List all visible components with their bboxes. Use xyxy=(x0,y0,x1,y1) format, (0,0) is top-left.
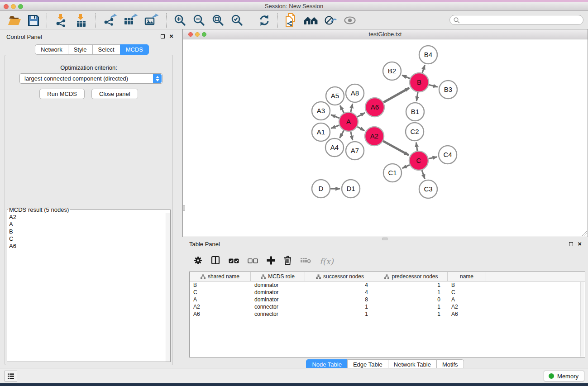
function-builder-button[interactable]: f(x) xyxy=(320,257,334,266)
graph-edge-A-A6[interactable] xyxy=(357,113,365,117)
graph-node-B2[interactable]: B2 xyxy=(383,62,401,80)
export-network-button[interactable] xyxy=(100,12,120,29)
graph-node-C[interactable]: C xyxy=(409,151,428,170)
graph-edge-A2-C[interactable] xyxy=(383,141,409,155)
cell-predecessor-nodes[interactable]: 1 xyxy=(375,289,448,295)
cell-successor-nodes[interactable]: 1 xyxy=(305,311,375,317)
graph-node-A6[interactable]: A6 xyxy=(365,98,384,117)
hide-labels-button[interactable] xyxy=(321,12,340,29)
close-window-button[interactable] xyxy=(4,4,9,9)
cell-predecessor-nodes[interactable]: 1 xyxy=(375,311,448,317)
tab-style[interactable]: Style xyxy=(68,44,93,55)
delete-column-button[interactable] xyxy=(284,256,292,267)
close-panel-icon[interactable]: × xyxy=(578,242,582,246)
graph-node-C4[interactable]: C4 xyxy=(439,146,457,164)
float-panel-icon[interactable] xyxy=(161,34,165,38)
copy-network-view-button[interactable] xyxy=(282,12,301,29)
graph-edge-A-A5[interactable] xyxy=(340,105,344,113)
float-panel-icon[interactable] xyxy=(569,242,573,246)
task-history-button[interactable] xyxy=(5,371,17,381)
cell-successor-nodes[interactable]: 4 xyxy=(305,282,375,288)
cell-mcds-role[interactable]: dominator xyxy=(251,282,305,288)
cell-name[interactable]: C xyxy=(448,289,486,295)
cell-successor-nodes[interactable]: 1 xyxy=(305,304,375,310)
column-layout-button[interactable] xyxy=(211,256,220,267)
zoom-in-button[interactable] xyxy=(171,12,190,29)
minimize-window-button[interactable] xyxy=(11,4,16,9)
delete-table-button[interactable] xyxy=(300,257,311,265)
graph-edge-B-B3[interactable] xyxy=(429,85,437,87)
graph-edge-C-C4[interactable] xyxy=(429,157,437,159)
column-header-name[interactable]: name xyxy=(448,272,486,281)
graph-edge-A-A3[interactable] xyxy=(331,115,339,118)
graph-edge-C-C2[interactable] xyxy=(416,143,417,151)
tab-network[interactable]: Network xyxy=(35,44,68,55)
table-settings-button[interactable] xyxy=(194,256,202,267)
cell-successor-nodes[interactable]: 4 xyxy=(305,289,375,295)
cell-successor-nodes[interactable]: 8 xyxy=(305,296,375,303)
cell-shared-name[interactable]: B xyxy=(190,282,251,288)
export-table-button[interactable] xyxy=(120,12,141,29)
network-minimize-button[interactable] xyxy=(195,32,200,37)
deselect-all-columns-button[interactable] xyxy=(248,257,258,265)
table-row[interactable]: A6connector11A6 xyxy=(190,310,585,318)
cell-mcds-role[interactable]: connector xyxy=(251,304,305,310)
cell-name[interactable]: B xyxy=(448,282,486,288)
graph-node-C3[interactable]: C3 xyxy=(419,180,437,198)
close-panel-button[interactable]: Close panel xyxy=(91,89,138,99)
graph-node-D[interactable]: D xyxy=(312,180,330,198)
tab-mcds[interactable]: MCDS xyxy=(120,44,149,55)
graph-node-C1[interactable]: C1 xyxy=(383,164,402,182)
graph-edge-A-A7[interactable] xyxy=(351,132,353,140)
network-zoom-button[interactable] xyxy=(202,32,206,37)
add-column-button[interactable] xyxy=(267,256,275,267)
zoom-selected-button[interactable] xyxy=(228,12,247,29)
graph-edge-A-A1[interactable] xyxy=(331,125,339,129)
table-scrollbar[interactable] xyxy=(580,282,584,357)
cell-name[interactable]: A2 xyxy=(448,304,486,310)
cell-predecessor-nodes[interactable]: 1 xyxy=(375,304,448,310)
cell-shared-name[interactable]: A xyxy=(190,296,251,303)
column-header-shared-name[interactable]: shared name xyxy=(190,272,251,281)
close-panel-icon[interactable]: × xyxy=(169,34,173,38)
graph-node-A7[interactable]: A7 xyxy=(346,142,364,160)
optimization-select[interactable]: largest connected component (directed) xyxy=(19,73,163,84)
graph-edge-A-A2[interactable] xyxy=(357,127,364,131)
cell-predecessor-nodes[interactable]: 1 xyxy=(375,282,448,288)
graph-node-B1[interactable]: B1 xyxy=(406,103,424,121)
cell-shared-name[interactable]: A6 xyxy=(190,311,251,317)
search-field[interactable] xyxy=(449,15,583,25)
column-header-successor-nodes[interactable]: successor nodes xyxy=(305,272,375,281)
run-mcds-button[interactable]: Run MCDS xyxy=(39,89,85,99)
mcds-result-item[interactable]: B xyxy=(9,228,164,235)
tab-select[interactable]: Select xyxy=(92,44,120,55)
select-stepper-icon[interactable] xyxy=(153,74,162,83)
table-row[interactable]: Cdominator41C xyxy=(190,289,585,296)
graph-edge-C-C3[interactable] xyxy=(422,170,425,179)
export-image-button[interactable] xyxy=(141,12,162,29)
import-network-button[interactable] xyxy=(51,12,71,29)
search-input[interactable] xyxy=(462,16,579,24)
network-window-titlebar[interactable]: testGlobe.txt xyxy=(183,29,588,39)
cell-name[interactable]: A6 xyxy=(448,311,486,317)
open-session-button[interactable] xyxy=(5,12,24,29)
zoom-window-button[interactable] xyxy=(18,4,23,9)
refresh-button[interactable] xyxy=(255,12,273,29)
graph-edge-C-C1[interactable] xyxy=(402,165,410,168)
network-canvas[interactable]: B4B2BB3A5A8A6A3B1AA1C2A2A4A7C4CC1C3DD1 xyxy=(183,39,588,237)
cell-mcds-role[interactable]: dominator xyxy=(251,296,305,303)
graph-node-A2[interactable]: A2 xyxy=(365,127,384,146)
graph-node-A4[interactable]: A4 xyxy=(325,138,344,157)
graph-edge-B-B2[interactable] xyxy=(402,75,410,78)
network-close-button[interactable] xyxy=(188,32,193,37)
graph-node-B3[interactable]: B3 xyxy=(439,81,457,99)
graph-node-A1[interactable]: A1 xyxy=(312,123,330,141)
table-row[interactable]: Bdominator41B xyxy=(190,281,585,289)
graph-node-D1[interactable]: D1 xyxy=(342,180,360,198)
column-header-mcds-role[interactable]: MCDS role xyxy=(251,272,305,281)
table-row[interactable]: Adominator80A xyxy=(190,296,585,303)
mcds-result-item[interactable]: A6 xyxy=(9,243,164,250)
graph-edge-B-B4[interactable] xyxy=(422,65,425,73)
mcds-result-item[interactable]: A2 xyxy=(9,214,164,221)
graph-edge-A-A4[interactable] xyxy=(340,130,344,138)
